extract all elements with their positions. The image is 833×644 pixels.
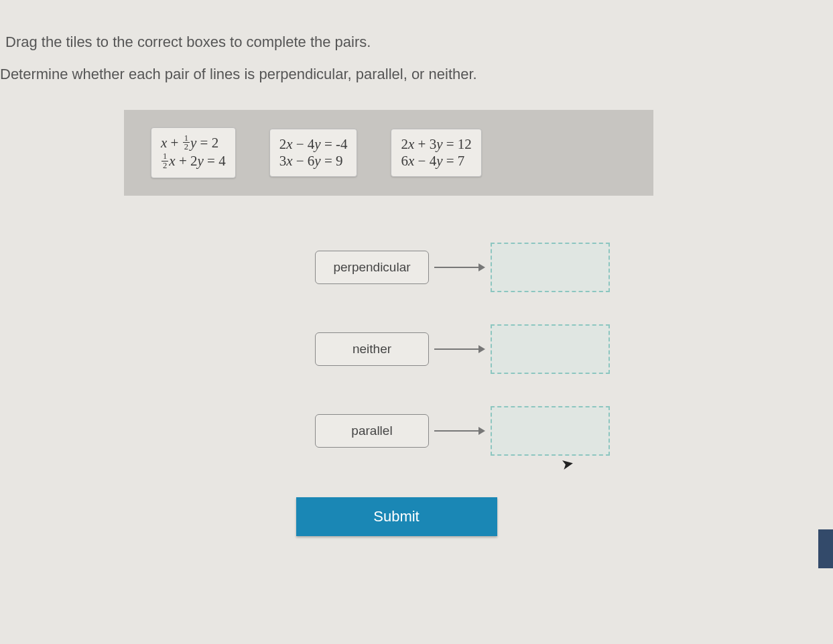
tile-equation-pair-1[interactable]: x + 12y = 2 12x + 2y = 4: [151, 127, 236, 179]
match-area: perpendicular neither parallel: [315, 243, 833, 456]
cursor-icon: ➤: [560, 455, 575, 474]
arrow-icon: [429, 345, 491, 353]
match-row-neither: neither: [315, 324, 833, 374]
instruction-subtitle: Determine whether each pair of lines is …: [0, 66, 833, 83]
label-neither: neither: [315, 332, 429, 366]
dropzone-perpendicular[interactable]: [491, 243, 610, 292]
tile-equation-pair-2[interactable]: 2x − 4y = -4 3x − 6y = 9: [269, 129, 358, 177]
tile-tray: x + 12y = 2 12x + 2y = 4 2x − 4y = -4 3x…: [124, 110, 653, 196]
arrow-icon: [429, 427, 491, 435]
side-panel-stub[interactable]: [818, 529, 833, 568]
tile-equation-pair-3[interactable]: 2x + 3y = 12 6x − 4y = 7: [391, 129, 481, 177]
submit-button[interactable]: Submit: [296, 497, 497, 536]
arrow-icon: [429, 263, 491, 271]
match-row-perpendicular: perpendicular: [315, 243, 833, 292]
match-row-parallel: parallel: [315, 406, 833, 456]
dropzone-parallel[interactable]: [491, 406, 610, 456]
label-parallel: parallel: [315, 414, 429, 448]
label-perpendicular: perpendicular: [315, 251, 429, 284]
dropzone-neither[interactable]: [491, 324, 610, 374]
instruction-title: Drag the tiles to the correct boxes to c…: [5, 34, 833, 51]
